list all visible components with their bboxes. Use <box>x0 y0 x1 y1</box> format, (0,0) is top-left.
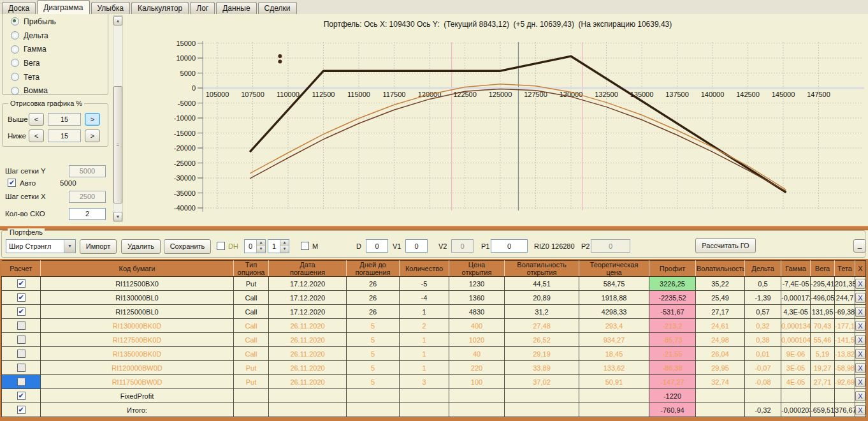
cell-checkbox[interactable] <box>2 319 41 333</box>
below-increment-button[interactable]: > <box>85 129 100 142</box>
cell-remove[interactable]: X <box>855 333 866 347</box>
row-select-checkbox[interactable]: ✔ <box>17 279 25 288</box>
section-divider <box>0 226 868 230</box>
v1-field[interactable]: 0 <box>405 239 428 253</box>
row-select-checkbox[interactable]: ✔ <box>17 307 25 316</box>
remove-row-button[interactable]: X <box>855 293 865 303</box>
grid-step-x-field[interactable]: 2500 <box>69 191 106 203</box>
dh-spinner-b[interactable]: 1 ▲▼ <box>268 239 289 253</box>
remove-row-button[interactable]: X <box>855 377 865 387</box>
m-checkbox[interactable] <box>301 242 309 250</box>
sko-count-field[interactable]: 2 <box>69 208 106 220</box>
tab-2[interactable]: Улыбка <box>91 2 131 14</box>
d-field[interactable]: 0 <box>366 239 388 253</box>
cell-remove[interactable]: X <box>855 291 866 305</box>
remove-row-button[interactable]: X <box>855 279 865 289</box>
cell-checkbox[interactable]: ✔ <box>2 277 41 291</box>
row-select-checkbox[interactable] <box>17 336 25 344</box>
positions-table: РасчетКод бумагиТип опционаДата погашени… <box>1 260 866 417</box>
cell-remove[interactable]: X <box>855 389 866 403</box>
above-percent-field[interactable]: 15 <box>48 113 81 126</box>
tab-6[interactable]: Сделки <box>258 2 297 14</box>
row-select-checkbox[interactable] <box>17 350 25 358</box>
cell-remove[interactable]: X <box>855 403 866 417</box>
tab-3[interactable]: Калькулятор <box>131 2 189 14</box>
radio-icon[interactable] <box>11 17 19 26</box>
radio-icon[interactable] <box>11 59 19 67</box>
y-tick-label: 15000 <box>176 40 196 47</box>
tab-4[interactable]: Лог <box>190 2 215 14</box>
remove-row-button[interactable]: X <box>855 391 865 401</box>
radio-icon[interactable] <box>11 73 19 81</box>
grid-step-y-field[interactable]: 5000 <box>69 165 106 177</box>
row-select-checkbox[interactable] <box>17 378 25 386</box>
cell-open_vol: 44,51 <box>505 277 579 291</box>
remove-row-button[interactable]: X <box>855 335 865 345</box>
strategy-select[interactable]: Шир Стрэнгл ▼ <box>6 239 76 253</box>
row-select-checkbox[interactable]: ✔ <box>17 293 25 302</box>
tab-0[interactable]: Доска <box>2 2 36 14</box>
chevron-down-icon[interactable]: ▼ <box>64 240 75 253</box>
tab-1[interactable]: Диаграмма <box>37 0 89 14</box>
radio-icon[interactable] <box>11 31 19 40</box>
cell-checkbox[interactable]: ✔ <box>2 291 41 305</box>
radio-option-2[interactable]: Гамма <box>11 42 108 56</box>
radio-option-5[interactable]: Вомма <box>11 84 108 98</box>
cell-remove[interactable]: X <box>855 319 866 333</box>
remove-row-button[interactable]: X <box>855 349 865 359</box>
cell-checkbox[interactable] <box>2 333 41 347</box>
collapse-button[interactable]: _ <box>853 239 866 253</box>
radio-option-4[interactable]: Тета <box>11 70 108 84</box>
remove-row-button[interactable]: X <box>855 321 865 331</box>
remove-row-button[interactable]: X <box>855 405 865 415</box>
cell-checkbox[interactable]: ✔ <box>2 305 41 319</box>
row-select-checkbox[interactable] <box>17 321 25 330</box>
cell-remove[interactable]: X <box>855 277 866 291</box>
delete-button[interactable]: Удалить <box>121 239 161 254</box>
tab-5[interactable]: Данные <box>216 2 256 14</box>
above-increment-button[interactable]: > <box>85 113 100 126</box>
radio-option-3[interactable]: Вега <box>11 56 108 70</box>
scrollbar-thumb[interactable]: ≡ <box>113 86 122 203</box>
v2-field[interactable]: 0 <box>451 239 474 253</box>
dh-spinner-a[interactable]: 0 ▲▼ <box>244 239 266 253</box>
radio-icon[interactable] <box>11 87 19 95</box>
cell-checkbox[interactable] <box>2 375 41 389</box>
remove-row-button[interactable]: X <box>855 363 865 373</box>
radio-icon[interactable] <box>11 45 19 54</box>
above-decrement-button[interactable]: < <box>29 113 44 126</box>
radio-option-1[interactable]: Дельта <box>11 29 108 43</box>
below-percent-field[interactable]: 15 <box>48 129 81 142</box>
below-decrement-button[interactable]: < <box>29 129 44 142</box>
auto-checkbox[interactable]: ✔ <box>8 179 16 187</box>
cell-checkbox[interactable] <box>2 347 41 361</box>
cell-remove[interactable]: X <box>855 375 866 389</box>
row-select-checkbox[interactable]: ✔ <box>17 392 25 400</box>
calc-go-button[interactable]: Рассчитать ГО <box>695 238 756 253</box>
chart-canvas[interactable]: 150001000050000-5000-10000-15000-20000-2… <box>127 14 868 226</box>
sidebar-scrollbar[interactable]: ▲ ≡ ▼ <box>113 15 123 222</box>
remove-row-button[interactable]: X <box>855 307 865 317</box>
cell-checkbox[interactable] <box>2 361 41 375</box>
cell-remove[interactable]: X <box>855 347 866 361</box>
cell-checkbox[interactable]: ✔ <box>2 403 41 417</box>
scroll-down-icon[interactable]: ▼ <box>113 212 122 221</box>
spinner-arrows-icon[interactable]: ▲▼ <box>280 240 289 253</box>
radio-option-0[interactable]: Прибыль <box>11 15 108 29</box>
dh-spinner-b-value: 1 <box>268 240 280 253</box>
cell-remove[interactable]: X <box>855 305 866 319</box>
spinner-arrows-icon[interactable]: ▲▼ <box>256 240 265 253</box>
cell-vol: 27,17 <box>696 305 745 319</box>
dh-checkbox[interactable] <box>217 242 225 250</box>
p1-field[interactable]: 0 <box>491 239 528 253</box>
save-button[interactable]: Сохранить <box>164 239 211 254</box>
row-select-checkbox[interactable] <box>17 364 25 372</box>
table-row: RI127500BK0DCall26.11.202051102026,52934… <box>2 333 866 347</box>
pnl-chart[interactable]: Портфель: Ось X: 109430 Ось Y: (Текущий … <box>127 14 868 226</box>
cell-remove[interactable]: X <box>855 361 866 375</box>
p2-field[interactable]: 0 <box>591 239 630 253</box>
cell-checkbox[interactable]: ✔ <box>2 389 41 403</box>
row-select-checkbox[interactable]: ✔ <box>17 406 25 414</box>
scroll-up-icon[interactable]: ▲ <box>113 16 122 26</box>
import-button[interactable]: Импорт <box>80 239 117 254</box>
